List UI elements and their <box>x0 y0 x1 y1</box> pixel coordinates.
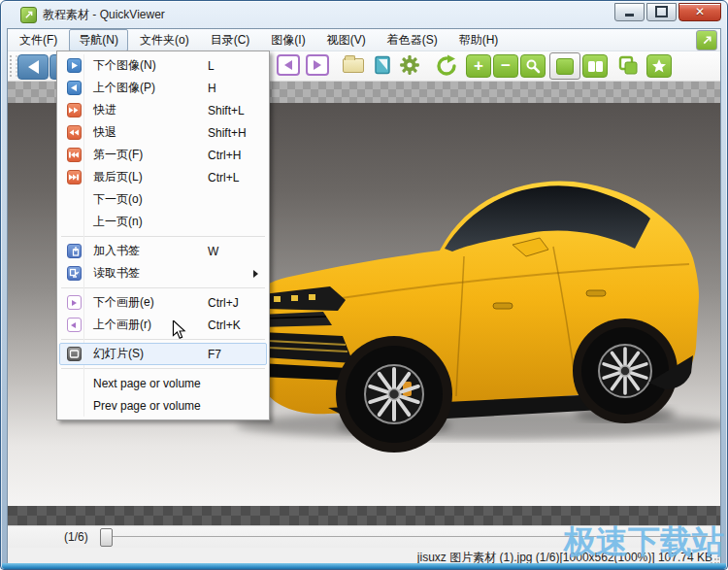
open-folder-button[interactable] <box>343 54 364 73</box>
zoom-out-button[interactable]: − <box>493 54 518 78</box>
copy-image-button[interactable] <box>617 54 639 76</box>
menubar-item-folder[interactable]: 文件夹(o) <box>130 29 199 51</box>
menu-item-read-bookmark[interactable]: 读取书签 <box>59 262 267 285</box>
prev-arrow-icon <box>28 60 39 74</box>
menu-item-first-page[interactable]: 第一页(F)Ctrl+H <box>59 144 267 166</box>
prev-album-icon <box>67 318 82 332</box>
fit-window-icon <box>556 58 574 75</box>
menu-item-next-page[interactable]: 下一页(o) <box>59 188 267 211</box>
prev-image-icon <box>67 81 82 95</box>
menu-item-prev-page[interactable]: 上一页(n) <box>59 211 267 233</box>
page-slider-handle[interactable] <box>100 528 113 547</box>
first-page-icon <box>67 148 82 162</box>
bookmark-star-button[interactable] <box>646 54 672 78</box>
page-counter: (1/6) <box>64 530 88 544</box>
menubar-item-navigate[interactable]: 导航(N) <box>69 29 128 51</box>
prev-album-icon <box>284 60 292 70</box>
window-title: 教程素材 - QuickViewer <box>43 7 165 23</box>
close-icon: ✕ <box>695 6 705 17</box>
menu-item-next-volume[interactable]: Next page or volume <box>59 372 267 394</box>
page-slider-bar: (1/6) <box>8 525 720 548</box>
menu-item-prev-image[interactable]: 上个图像(P)H <box>59 77 267 99</box>
menu-item-next-image[interactable]: 下个图像(N)L <box>59 54 267 77</box>
menubar-item-file[interactable]: 文件(F) <box>10 29 67 51</box>
transparency-checker-bottom <box>8 506 720 525</box>
submenu-arrow-icon <box>253 270 258 278</box>
menubar-item-image[interactable]: 图像(I) <box>261 29 314 51</box>
zoom-in-button[interactable]: + <box>466 54 491 78</box>
refresh-button[interactable] <box>435 54 458 78</box>
fast-forward-icon <box>67 103 82 117</box>
read-bookmark-icon <box>67 266 82 281</box>
menu-item-add-bookmark[interactable]: 加入书签W <box>59 240 267 262</box>
prev-album-button[interactable] <box>277 54 300 76</box>
minimize-icon <box>625 14 634 17</box>
open-book-icon <box>587 59 604 74</box>
menu-item-slideshow[interactable]: 幻灯片(S)F7 <box>59 343 267 365</box>
menu-item-fast-forward[interactable]: 快进Shift+L <box>59 99 267 121</box>
toolbar-drag-handle[interactable] <box>10 55 17 77</box>
close-button[interactable]: ✕ <box>678 3 721 21</box>
menu-separator <box>61 368 265 369</box>
menubar-item-view[interactable]: 视图(V) <box>317 29 376 51</box>
last-page-icon <box>67 170 82 184</box>
menubar-item-help[interactable]: 帮助(H) <box>449 29 509 51</box>
refresh-icon <box>435 54 458 78</box>
next-image-icon <box>67 58 82 73</box>
add-bookmark-icon <box>67 244 82 258</box>
titlebar[interactable]: 教程素材 - QuickViewer ✕ <box>1 1 727 28</box>
next-album-icon <box>314 60 321 70</box>
next-album-icon <box>67 295 82 310</box>
star-icon <box>651 58 667 74</box>
menu-item-prev-album[interactable]: 上个画册(r)Ctrl+K <box>59 314 267 336</box>
menubar: 文件(F) 导航(N) 文件夹(o) 目录(C) 图像(I) 视图(V) 着色器… <box>8 29 720 51</box>
next-album-button[interactable] <box>306 54 329 76</box>
menubar-item-catalog[interactable]: 目录(C) <box>201 29 260 51</box>
menu-item-prev-volume[interactable]: Prev page or volume <box>59 394 267 417</box>
book-icon <box>372 54 393 76</box>
page-slider-track[interactable] <box>100 536 714 537</box>
menu-item-last-page[interactable]: 最后页(L)Ctrl+L <box>59 166 267 188</box>
edit-mode-button[interactable] <box>696 30 717 50</box>
menu-separator <box>61 339 265 340</box>
menubar-item-shader[interactable]: 着色器(S) <box>378 29 447 51</box>
menu-item-next-album[interactable]: 下个画册(e)Ctrl+J <box>59 291 267 314</box>
external-arrow-icon <box>702 35 712 46</box>
minimize-button[interactable] <box>614 3 645 21</box>
plus-icon: + <box>474 57 483 74</box>
prev-image-button[interactable] <box>17 54 49 80</box>
app-icon <box>20 7 37 23</box>
rewind-icon <box>67 125 82 140</box>
layers-icon <box>617 54 639 76</box>
app-window: 教程素材 - QuickViewer ✕ 文件(F) 导航(N) 文件夹(o) … <box>0 0 728 570</box>
minus-icon: − <box>501 57 511 74</box>
gear-icon <box>399 54 420 76</box>
menu-separator <box>61 236 265 237</box>
fit-window-button-selected[interactable] <box>549 52 580 80</box>
menu-item-rewind[interactable]: 快退Shift+H <box>59 121 267 144</box>
navigation-dropdown-menu: 下个图像(N)L 上个图像(P)H 快进Shift+L 快退Shift+H 第一… <box>56 50 270 420</box>
folder-icon <box>343 58 364 73</box>
dual-page-button[interactable] <box>582 54 608 78</box>
zoom-search-button[interactable] <box>520 54 546 78</box>
open-catalog-button[interactable] <box>372 54 393 76</box>
maximize-icon <box>655 6 668 17</box>
maximize-button[interactable] <box>646 3 677 21</box>
settings-button[interactable] <box>399 54 420 76</box>
window-bottom-edge <box>2 563 726 569</box>
magnifier-icon <box>525 58 541 74</box>
menu-separator <box>61 287 265 288</box>
slideshow-icon <box>67 347 82 361</box>
